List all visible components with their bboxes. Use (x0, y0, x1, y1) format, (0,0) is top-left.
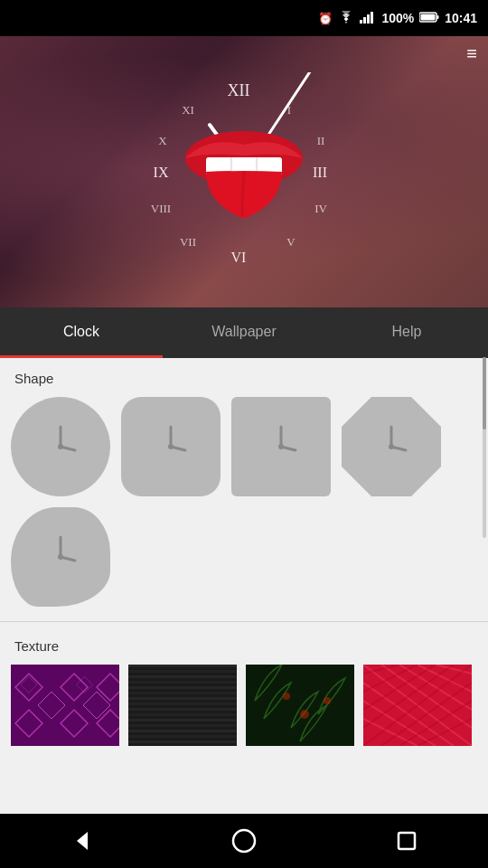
svg-rect-91 (399, 833, 415, 849)
recents-button[interactable] (389, 823, 425, 859)
clock-time: 10:41 (445, 11, 477, 25)
svg-rect-55 (128, 675, 237, 678)
svg-text:IX: IX (154, 165, 169, 180)
preview-area: ≡ XII III VI IX I II IV V VII VIII X XI (0, 36, 488, 307)
shape-rectangle[interactable] (231, 397, 331, 496)
svg-rect-66 (128, 735, 237, 738)
svg-text:VIII: VIII (151, 202, 171, 215)
svg-point-40 (58, 554, 63, 560)
tab-wallpaper[interactable]: Wallpaper (163, 307, 325, 358)
shape-octagon[interactable] (342, 397, 441, 496)
svg-rect-65 (128, 730, 237, 732)
svg-text:XI: XI (182, 103, 194, 117)
svg-point-90 (233, 830, 255, 852)
battery-percentage: 100% (381, 11, 414, 25)
svg-text:X: X (158, 134, 167, 147)
scrollbar-thumb[interactable] (483, 357, 486, 429)
menu-icon[interactable]: ≡ (466, 43, 477, 64)
svg-rect-68 (246, 665, 354, 746)
svg-rect-62 (128, 713, 237, 716)
shape-section-header: Shape (0, 358, 488, 393)
shape-grid (0, 393, 488, 618)
svg-point-31 (168, 444, 174, 449)
tabs-bar: Clock Wallpaper Help (0, 307, 488, 358)
texture-red[interactable] (363, 665, 472, 746)
svg-text:IV: IV (314, 202, 327, 215)
tongue-logo-overlay (172, 118, 316, 226)
home-icon (231, 828, 257, 854)
scrollbar-track (483, 357, 486, 538)
svg-point-69 (300, 710, 309, 719)
alarm-icon: ⏰ (318, 12, 333, 25)
tab-help[interactable]: Help (325, 307, 488, 358)
svg-point-28 (58, 444, 63, 449)
svg-rect-3 (371, 12, 373, 24)
svg-point-37 (389, 444, 394, 449)
svg-text:II: II (317, 134, 325, 147)
battery-icon (419, 12, 439, 25)
recents-icon (396, 830, 418, 852)
svg-marker-89 (77, 832, 88, 850)
status-bar: ⏰ 100% (0, 0, 488, 36)
home-button[interactable] (226, 823, 262, 859)
svg-rect-56 (128, 681, 237, 684)
signal-icon (360, 11, 376, 26)
svg-rect-57 (128, 686, 237, 689)
shape-rounded-square[interactable] (121, 397, 221, 496)
svg-text:VI: VI (231, 250, 247, 265)
svg-rect-5 (421, 14, 436, 20)
svg-text:V: V (286, 235, 296, 249)
back-button[interactable] (63, 823, 99, 859)
content-area: Shape (0, 358, 488, 814)
wifi-icon (338, 11, 354, 26)
svg-rect-61 (128, 708, 237, 711)
svg-rect-54 (128, 670, 237, 673)
status-icons: ⏰ 100% (318, 11, 477, 26)
texture-grid (0, 661, 488, 757)
svg-point-34 (278, 444, 284, 449)
svg-point-70 (283, 693, 290, 700)
texture-section-header: Texture (0, 626, 488, 661)
back-icon (70, 829, 93, 853)
shape-circle[interactable] (11, 397, 110, 496)
svg-rect-58 (128, 692, 237, 694)
divider-shape-texture (0, 621, 488, 622)
svg-text:XII: XII (228, 81, 250, 99)
svg-rect-63 (128, 719, 237, 722)
svg-rect-0 (360, 20, 362, 24)
texture-purple[interactable] (11, 665, 119, 746)
clock-preview: XII III VI IX I II IV V VII VIII X XI (145, 72, 343, 271)
texture-green[interactable] (246, 665, 354, 746)
bottom-nav (0, 814, 488, 868)
svg-rect-59 (128, 697, 237, 700)
svg-rect-2 (367, 14, 370, 24)
svg-text:VII: VII (180, 235, 196, 249)
svg-rect-53 (128, 665, 237, 667)
svg-rect-60 (128, 703, 237, 705)
texture-dark[interactable] (128, 665, 237, 746)
svg-rect-64 (128, 724, 237, 727)
svg-rect-1 (363, 17, 366, 24)
svg-rect-67 (128, 741, 237, 743)
tab-clock[interactable]: Clock (0, 307, 163, 358)
svg-point-71 (324, 697, 331, 704)
shape-custom-blob[interactable] (11, 507, 110, 607)
svg-rect-6 (437, 15, 439, 19)
